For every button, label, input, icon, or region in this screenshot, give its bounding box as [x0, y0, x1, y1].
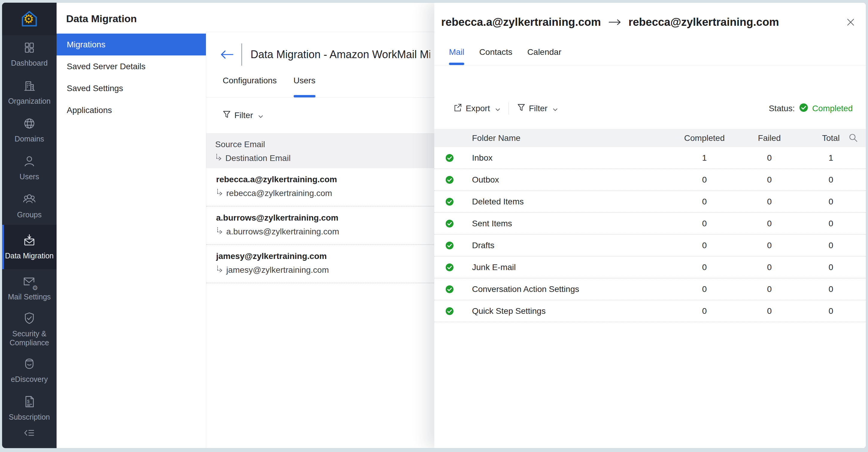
tab-configurations[interactable]: Configurations: [223, 76, 277, 97]
check-circle-icon: [445, 263, 454, 272]
envelope-download-icon: [23, 233, 36, 249]
sidebar-item-users[interactable]: Users: [2, 149, 57, 187]
users-filter-button[interactable]: Filter: [223, 108, 263, 122]
sidebar-item-label: Groups: [17, 210, 41, 219]
status-label: Status:: [769, 104, 795, 113]
column-completed: Completed: [672, 133, 737, 143]
check-circle-icon: [445, 307, 454, 315]
failed-count: 0: [737, 219, 802, 228]
check-circle-icon: [445, 241, 454, 250]
sidebar: ⚙ Dashboard Organization Domains: [2, 3, 57, 448]
sidebar-item-security-compliance[interactable]: Security & Compliance: [2, 307, 57, 351]
search-icon[interactable]: [848, 133, 858, 145]
tab-underline: [293, 95, 315, 97]
pouch-icon: [23, 357, 36, 372]
sidebar-item-domains[interactable]: Domains: [2, 111, 57, 149]
tab-calendar[interactable]: Calendar: [527, 42, 561, 65]
sidebar-item-label: eDiscovery: [11, 375, 48, 384]
check-circle-icon: [799, 103, 808, 114]
chevron-down-icon: [553, 104, 558, 113]
total-count: 0: [802, 306, 860, 316]
nav-item-saved-settings[interactable]: Saved Settings: [57, 77, 206, 99]
status-badge: Status: Completed: [769, 103, 853, 114]
sidebar-item-data-migration[interactable]: Data Migration: [2, 225, 57, 269]
folder-row[interactable]: Outbox 0 0 0: [434, 169, 866, 191]
tab-users[interactable]: Users: [293, 76, 315, 97]
completed-count: 0: [672, 262, 737, 272]
folder-row[interactable]: Inbox 1 0 1: [434, 147, 866, 169]
folder-row[interactable]: Junk E-mail 0 0 0: [434, 257, 866, 279]
nav-item-label: Saved Settings: [67, 84, 123, 93]
folder-row[interactable]: Sent Items 0 0 0: [434, 213, 866, 235]
folders-table-header: Folder Name Completed Failed Total: [434, 129, 866, 147]
completed-count: 0: [672, 306, 737, 316]
filter-icon: [517, 104, 525, 114]
check-circle-icon: [445, 219, 454, 228]
panel-source-email: rebecca.a@zylkertraining.com: [441, 16, 601, 28]
back-button[interactable]: [220, 50, 234, 60]
horizontal-divider: [434, 65, 866, 65]
sidebar-item-subscription[interactable]: $ Subscription: [2, 389, 57, 427]
sidebar-collapse-button[interactable]: [2, 427, 57, 448]
page-title: Data Migration: [57, 3, 206, 25]
folder-row[interactable]: Quick Step Settings 0 0 0: [434, 300, 866, 322]
status-value: Completed: [812, 104, 853, 113]
nav-item-applications[interactable]: Applications: [57, 99, 206, 121]
completed-count: 0: [672, 219, 737, 228]
nav-item-label: Saved Server Details: [67, 62, 146, 71]
tab-label: Contacts: [479, 47, 513, 57]
sidebar-item-mail-settings[interactable]: ⚙ Mail Settings: [2, 269, 57, 307]
destination-email-header: Destination Email: [225, 153, 291, 163]
completed-count: 0: [672, 197, 737, 206]
total-count: 0: [802, 284, 860, 294]
folder-name: Deleted Items: [472, 197, 672, 206]
nav-item-saved-server-details[interactable]: Saved Server Details: [57, 55, 206, 77]
sidebar-item-groups[interactable]: Groups: [2, 187, 57, 225]
folder-name: Junk E-mail: [472, 262, 672, 272]
migration-user-detail-panel: rebecca.a@zylkertraining.com rebecca@zyl…: [434, 3, 866, 448]
column-failed: Failed: [737, 133, 802, 143]
completed-count: 0: [672, 284, 737, 294]
collapse-menu-icon: [23, 427, 36, 440]
failed-count: 0: [737, 284, 802, 294]
failed-count: 0: [737, 197, 802, 206]
vertical-divider: [206, 32, 206, 448]
completed-count: 1: [672, 153, 737, 163]
folder-row[interactable]: Conversation Action Settings 0 0 0: [434, 279, 866, 300]
folders-filter-button[interactable]: Filter: [517, 104, 558, 114]
migration-tabs: Configurations Users: [223, 76, 315, 97]
chevron-down-icon: [495, 104, 500, 113]
folder-row[interactable]: Deleted Items 0 0 0: [434, 191, 866, 213]
export-button[interactable]: Export: [453, 103, 500, 114]
destination-arrow-icon: [216, 189, 223, 198]
groups-icon: [23, 192, 36, 207]
nav-item-migrations[interactable]: Migrations: [57, 34, 206, 55]
globe-icon: [23, 117, 36, 132]
folder-row[interactable]: Drafts 0 0 0: [434, 235, 866, 257]
failed-count: 0: [737, 175, 802, 185]
sidebar-item-dashboard[interactable]: Dashboard: [2, 35, 57, 73]
tab-label: Configurations: [223, 76, 277, 85]
logo-block[interactable]: ⚙: [2, 3, 57, 35]
sidebar-item-organization[interactable]: Organization: [2, 73, 57, 111]
app-window: ⚙ Dashboard Organization Domains: [2, 2, 866, 448]
sidebar-item-ediscovery[interactable]: eDiscovery: [2, 351, 57, 389]
check-circle-icon: [445, 154, 454, 162]
zoho-mail-admin-logo-icon: ⚙: [19, 9, 39, 28]
destination-arrow-icon: [215, 154, 222, 163]
total-count: 0: [802, 219, 860, 228]
nav-item-label: Migrations: [67, 40, 105, 50]
migration-header: Data Migration - Amazon WorkMail Mi: [220, 39, 430, 70]
completed-count: 0: [672, 241, 737, 250]
tab-contacts[interactable]: Contacts: [479, 42, 513, 65]
tab-mail[interactable]: Mail: [449, 42, 464, 65]
tab-label: Users: [293, 76, 315, 85]
filter-icon: [223, 110, 231, 121]
panel-header: rebecca.a@zylkertraining.com rebecca@zyl…: [434, 3, 866, 42]
tab-underline: [449, 63, 464, 65]
export-label: Export: [466, 104, 490, 113]
sidebar-item-label: Data Migration: [5, 251, 54, 260]
close-panel-button[interactable]: [846, 18, 855, 27]
destination-email: a.burrows@zylkertraining.com: [226, 227, 339, 236]
folder-name: Drafts: [472, 241, 672, 250]
